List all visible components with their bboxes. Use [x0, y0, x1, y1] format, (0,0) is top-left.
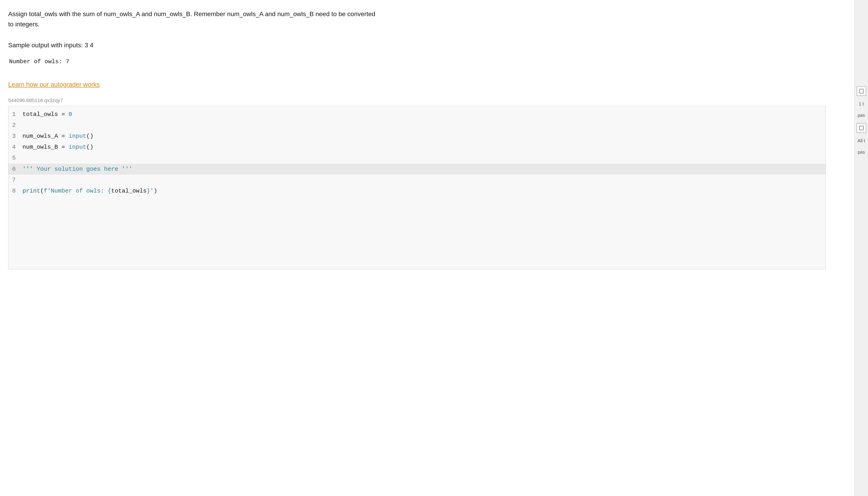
- code-output-text: Number of owls: 7: [9, 58, 69, 65]
- right-panel-icon-2[interactable]: [857, 123, 866, 133]
- description-line2: to integers.: [8, 19, 817, 30]
- line-number-6: 6: [9, 164, 20, 174]
- code-line-8: 8 print(f'Number of owls: {total_owls}'): [9, 185, 825, 197]
- description: Assign total_owls with the sum of num_ow…: [8, 9, 817, 30]
- line-number-3: 3: [9, 131, 20, 141]
- line-content-1: total_owls = 0: [20, 109, 825, 119]
- code-line-empty-7: [9, 257, 825, 266]
- line-number-2: 2: [9, 120, 20, 130]
- line-content-2: [20, 120, 825, 130]
- code-editor-container: 1 total_owls = 0 2 3 num_owls_A = input(…: [8, 106, 826, 269]
- code-line-3: 3 num_owls_A = input(): [9, 131, 825, 142]
- code-line-2: 2: [9, 120, 825, 131]
- autograder-link[interactable]: Learn how our autograder works: [8, 80, 100, 89]
- code-line-empty-3: [9, 216, 825, 227]
- line-content-6: ''' Your solution goes here ''': [20, 164, 825, 174]
- code-line-empty-2: [9, 206, 825, 216]
- sample-output-label: Sample output with inputs: 3 4: [8, 41, 860, 50]
- svg-rect-0: [859, 89, 864, 93]
- line-number-1: 1: [9, 109, 20, 119]
- right-panel-text-1: 1 t: [859, 100, 864, 107]
- code-line-1: 1 total_owls = 0: [9, 109, 825, 120]
- code-line-5: 5: [9, 153, 825, 164]
- description-line1: Assign total_owls with the sum of num_ow…: [8, 9, 817, 19]
- line-content-4: num_owls_B = input(): [20, 142, 825, 152]
- code-line-empty-1: [9, 197, 825, 206]
- session-id: 544096.685116.qx3zqy7: [8, 97, 860, 104]
- code-output: Number of owls: 7: [8, 57, 860, 66]
- line-content-3: num_owls_A = input(): [20, 131, 825, 141]
- line-number-8: 8: [9, 186, 20, 196]
- line-content-5: [20, 153, 825, 163]
- right-panel: 1 t pas All t pas: [854, 0, 868, 278]
- line-number-7: 7: [9, 175, 20, 185]
- right-panel-text-4: pas: [857, 149, 865, 155]
- code-line-empty-6: [9, 246, 825, 257]
- line-number-4: 4: [9, 142, 20, 152]
- svg-rect-1: [859, 126, 864, 130]
- code-line-4: 4 num_owls_B = input(): [9, 142, 825, 153]
- right-panel-text-2: pas: [857, 112, 865, 119]
- code-line-empty-5: [9, 236, 825, 246]
- line-content-7: [20, 175, 825, 185]
- code-line-6: 6 ''' Your solution goes here ''': [9, 164, 825, 174]
- right-panel-text-3: All t: [857, 137, 865, 144]
- line-number-5: 5: [9, 153, 20, 163]
- line-content-8: print(f'Number of owls: {total_owls}'): [20, 186, 825, 196]
- code-line-7: 7: [9, 174, 825, 185]
- code-line-empty-4: [9, 227, 825, 236]
- right-panel-icon-1[interactable]: [857, 87, 866, 96]
- code-editor[interactable]: 1 total_owls = 0 2 3 num_owls_A = input(…: [9, 106, 825, 269]
